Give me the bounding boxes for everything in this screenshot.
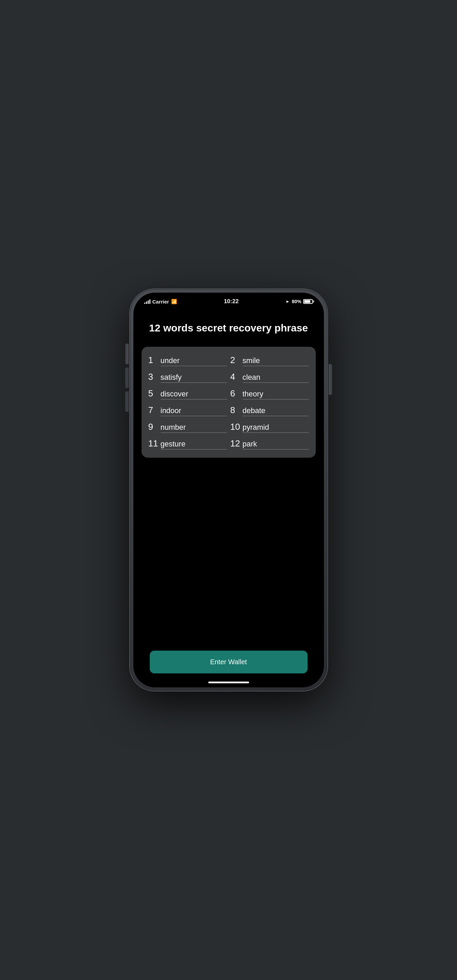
phrase-number-6: 6 bbox=[230, 388, 243, 399]
phrase-item-6: 6theory bbox=[230, 388, 309, 399]
phrase-word-6: theory bbox=[243, 390, 263, 398]
page-title: 12 words secret recovery phrase bbox=[149, 321, 308, 334]
phrase-word-7: indoor bbox=[161, 406, 182, 415]
phrase-word-wrapper-12: park bbox=[243, 440, 309, 450]
phrase-number-4: 4 bbox=[230, 372, 243, 382]
phrase-grid-container: 1under2smile3satisfy4clean5discover6theo… bbox=[142, 347, 316, 458]
location-icon: ► bbox=[286, 299, 290, 304]
status-right: ► 80% bbox=[286, 299, 313, 304]
home-bar bbox=[208, 682, 249, 683]
phrase-word-5: discover bbox=[161, 390, 188, 398]
phrase-item-4: 4clean bbox=[230, 372, 309, 383]
phrase-item-7: 7indoor bbox=[148, 405, 227, 416]
phrase-word-wrapper-9: number bbox=[161, 423, 227, 433]
phrase-word-11: gesture bbox=[161, 440, 185, 448]
battery-percent: 80% bbox=[291, 299, 301, 304]
phrase-number-5: 5 bbox=[148, 388, 161, 399]
status-bar: Carrier 📶 10:22 ► 80% bbox=[134, 293, 324, 308]
phrase-word-wrapper-4: clean bbox=[243, 373, 309, 383]
phrase-word-wrapper-11: gesture bbox=[161, 440, 227, 450]
phrase-word-9: number bbox=[161, 423, 186, 431]
status-left: Carrier 📶 bbox=[144, 299, 177, 305]
phrase-number-8: 8 bbox=[230, 405, 243, 415]
phrase-item-10: 10pyramid bbox=[230, 422, 309, 433]
phrase-word-3: satisfy bbox=[161, 373, 182, 382]
clock: 10:22 bbox=[224, 298, 239, 305]
main-content: 12 words secret recovery phrase 1under2s… bbox=[134, 308, 324, 687]
phrase-word-8: debate bbox=[243, 406, 266, 415]
home-indicator bbox=[208, 682, 249, 687]
phone-screen: Carrier 📶 10:22 ► 80% 12 words secret re… bbox=[134, 293, 324, 687]
carrier-label: Carrier bbox=[153, 299, 169, 305]
phone-device: Carrier 📶 10:22 ► 80% 12 words secret re… bbox=[130, 289, 327, 691]
phrase-item-12: 12park bbox=[230, 438, 309, 450]
phrase-number-9: 9 bbox=[148, 422, 161, 432]
phrase-word-10: pyramid bbox=[243, 423, 269, 431]
phrase-word-12: park bbox=[243, 440, 257, 448]
phrase-word-wrapper-8: debate bbox=[243, 406, 309, 416]
phrase-item-2: 2smile bbox=[230, 355, 309, 366]
phrase-number-3: 3 bbox=[148, 372, 161, 382]
battery-icon bbox=[303, 299, 313, 304]
phrase-word-1: under bbox=[161, 356, 180, 365]
phrase-item-1: 1under bbox=[148, 355, 227, 366]
phrase-grid: 1under2smile3satisfy4clean5discover6theo… bbox=[148, 355, 309, 450]
signal-icon bbox=[144, 299, 150, 304]
phrase-number-2: 2 bbox=[230, 355, 243, 366]
phrase-number-11: 11 bbox=[148, 438, 161, 449]
phrase-word-wrapper-6: theory bbox=[243, 390, 309, 399]
phrase-word-wrapper-7: indoor bbox=[161, 406, 227, 416]
phrase-word-wrapper-2: smile bbox=[243, 356, 309, 366]
phrase-word-4: clean bbox=[243, 373, 261, 382]
phrase-number-12: 12 bbox=[230, 438, 243, 449]
phrase-word-2: smile bbox=[243, 356, 260, 365]
phrase-word-wrapper-5: discover bbox=[161, 390, 227, 399]
phrase-word-wrapper-10: pyramid bbox=[243, 423, 309, 433]
enter-wallet-button[interactable]: Enter Wallet bbox=[150, 651, 307, 673]
wifi-icon: 📶 bbox=[171, 299, 177, 304]
phrase-number-1: 1 bbox=[148, 355, 161, 366]
phrase-item-3: 3satisfy bbox=[148, 372, 227, 383]
phrase-item-11: 11gesture bbox=[148, 438, 227, 450]
phrase-word-wrapper-3: satisfy bbox=[161, 373, 227, 383]
phrase-item-5: 5discover bbox=[148, 388, 227, 399]
phrase-word-wrapper-1: under bbox=[161, 356, 227, 366]
phrase-number-10: 10 bbox=[230, 422, 243, 432]
phrase-number-7: 7 bbox=[148, 405, 161, 415]
phrase-item-9: 9number bbox=[148, 422, 227, 433]
phrase-item-8: 8debate bbox=[230, 405, 309, 416]
